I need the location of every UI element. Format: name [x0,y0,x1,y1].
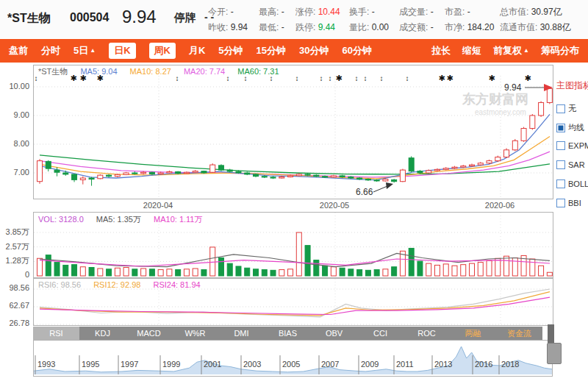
volume-axis-tick: 0 [0,270,29,279]
quote-field-流通市值: 流通市值: 30.88亿 [500,21,571,34]
price-axis-tick: 8.00 [0,139,29,148]
checkbox-icon[interactable] [556,160,565,169]
tab-两融[interactable]: 两融 [450,327,496,340]
candle [149,172,154,174]
checkbox-icon[interactable] [556,179,565,188]
indicator-option-BOLL[interactable]: BOLL [556,179,588,188]
quote-field-最高: 最高: - [259,6,284,18]
volume-bar [123,268,129,276]
rsi-legend: RSI6: 98.56 RSI12: 92.98 RSI24: 81.94 [38,280,211,289]
rsi-axis-tick: 98.56 [0,283,29,292]
dividend-marker-icon: ✱ [488,74,495,82]
candle [63,173,68,174]
toolbar-item-前复权[interactable]: 前复权▲ [493,44,529,57]
toolbar-item-周K[interactable]: 周K [149,43,176,59]
field-label: 昨收: [208,22,231,32]
checkbox-checked-icon[interactable] [556,124,565,132]
volume-bar [46,255,51,276]
indicator-option-EXPMA[interactable]: EXPMA [556,141,588,150]
low-price-arrow-icon [386,182,393,189]
tab-W%R[interactable]: W%R [172,327,218,340]
toolbar-item-5分钟[interactable]: 5分钟 [218,44,243,57]
tab-CCI[interactable]: CCI [357,327,404,340]
volume-bar [288,269,293,276]
volume-bar [417,261,423,276]
candle [521,129,526,141]
volume-bar [210,247,215,276]
toolbar-item-月K[interactable]: 月K [189,44,205,57]
eastmoney-watermark: 东方财富网eastmoney.com [462,92,528,116]
indicator-option-SAR[interactable]: SAR [556,160,585,169]
volume-bar [262,270,267,276]
ma20-line [40,152,550,177]
toolbar-item-60分钟[interactable]: 60分钟 [343,44,372,57]
tab-DMI[interactable]: DMI [218,327,265,340]
toolbar-item-缩短[interactable]: 缩短 [462,44,481,57]
timeline-year-1995: 1995 [82,360,99,369]
stock-name: *ST生物 [7,11,51,26]
candle [132,173,137,174]
rsi6-line [40,289,550,317]
indicator-option-BBI[interactable]: BBI [556,199,581,207]
volume-bar [72,265,77,276]
tab-RSI[interactable]: RSI [33,327,79,340]
volume-bar [254,269,259,276]
toolbar-item-筹码分布[interactable]: 筹码分布 [541,44,579,57]
candle [331,176,336,177]
navigator-drag-handle[interactable] [547,343,562,364]
volume-bar [270,270,276,276]
volume-axis-tick: 2.57万 [0,241,29,252]
indicator-tab-bar: RSIKDJMACDW%RDMIBIASOBVCCIROC两融资金流 [33,327,542,340]
tab-KDJ[interactable]: KDJ [79,327,126,340]
checkbox-icon[interactable] [556,104,565,113]
tab-MACD[interactable]: MACD [126,327,172,340]
indicator-option-均线[interactable]: 均线 [556,122,584,133]
volume-bar [98,269,103,276]
tab-ROC[interactable]: ROC [404,327,450,340]
quote-field-最低: 最低: - [259,21,284,34]
tab-资金流[interactable]: 资金流 [496,327,542,340]
field-value: - [467,7,470,17]
main-chart-legend: *ST生物 MA5: 9.04 MA10: 8.27 MA20: 7.74 MA… [38,66,290,77]
legend-ma20: MA20: 7.74 [184,67,225,76]
toolbar-item-日K[interactable]: 日K [109,43,135,59]
field-value: - [431,22,434,32]
candle [201,171,207,173]
candle [141,172,146,174]
period-toolbar: 盘前分时5日▲日K周K月K5分钟15分钟30分钟60分钟 拉长缩短前复权▲筹码分… [0,39,588,63]
candle [434,169,440,171]
candlestick-chart[interactable]: 东方财富网eastmoney.com↕✱✱✱↕↕↕↕↕↕↕✱↕↕↕↕✱✱✱✱9.… [34,65,553,199]
field-value: 9.94 [231,22,248,32]
candle [270,177,276,178]
volume-bar [374,270,379,276]
tab-BIAS[interactable]: BIAS [265,327,311,340]
toolbar-item-5日[interactable]: 5日▲ [74,44,96,57]
toolbar-item-拉长[interactable]: 拉长 [431,44,451,57]
quote-field-换手: 换手: - [349,6,375,18]
tab-OBV[interactable]: OBV [311,327,357,340]
checkbox-icon[interactable] [556,199,565,207]
toolbar-item-盘前[interactable]: 盘前 [9,44,28,57]
history-navigator-chart[interactable]: 1993199519971999200120032005200720092011… [34,341,552,376]
volume-bar [132,269,137,276]
volume-bar [158,270,163,276]
sidebar-title: 主图指标 [556,79,588,92]
toolbar-item-15分钟[interactable]: 15分钟 [257,44,286,57]
indicator-option-无[interactable]: 无 [556,103,576,114]
candle [452,167,457,168]
volume-bar [107,269,112,276]
volume-bar [193,269,198,276]
volume-bar [383,269,388,276]
timeline-year-2009: 2009 [361,360,379,369]
timeline-year-1997: 1997 [121,360,138,369]
timeline-year-2007: 2007 [321,360,339,369]
volume-axis-tick: 1.28万 [0,255,29,266]
indicator-option-label: 无 [568,103,576,114]
toolbar-item-30分钟[interactable]: 30分钟 [299,44,329,57]
volume-bar [392,267,397,276]
dropdown-arrow-icon: ▲ [90,47,96,54]
candle [443,168,448,170]
checkbox-icon[interactable] [556,141,565,150]
toolbar-item-分时[interactable]: 分时 [41,44,60,57]
quote-field-市净: 市净: 184.20 [445,21,494,34]
